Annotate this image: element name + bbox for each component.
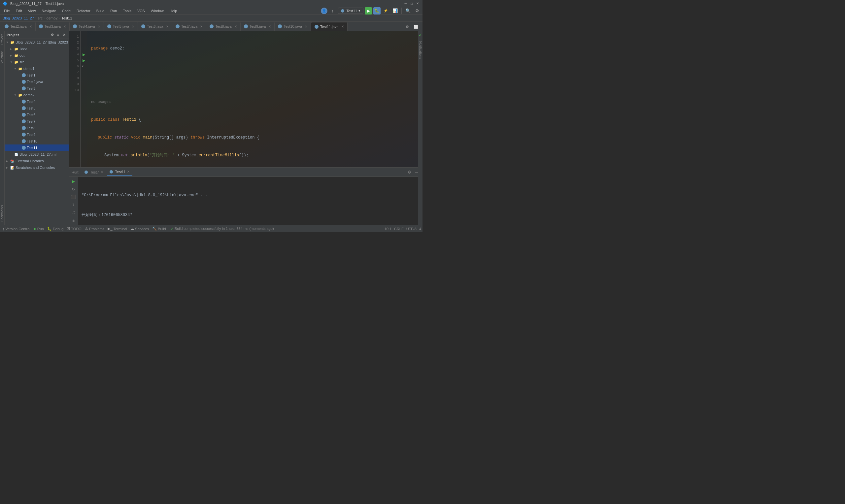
coverage-button[interactable]: ⚡ — [382, 7, 390, 15]
sidebar-structure-label[interactable]: Structure — [0, 49, 5, 67]
tree-item-demo1[interactable]: ▼ 📁 demo1 — [5, 65, 69, 72]
debug-button[interactable]: 🐛 — [373, 7, 381, 15]
tab-test11[interactable]: Test11.java ✕ — [311, 22, 348, 31]
tree-item-out[interactable]: ▶ 📁 out — [5, 52, 69, 59]
todo-bottom-tab[interactable]: ☑ TODO — [65, 227, 83, 231]
run-clear-btn[interactable]: 🗑 — [70, 217, 77, 223]
tab-test3[interactable]: Test3.java ✕ — [36, 22, 70, 31]
tab-close-test7[interactable]: ✕ — [200, 25, 203, 29]
menu-build[interactable]: Build — [94, 8, 107, 14]
run-tab-test11[interactable]: Test11 ✕ — [107, 168, 133, 176]
services-bottom-tab[interactable]: ☁ Services — [129, 227, 150, 231]
tab-split-btn[interactable]: ⬜ — [412, 23, 420, 31]
run-scroll-end-btn[interactable]: ⤵ — [70, 201, 77, 208]
profiler-button[interactable]: 📊 — [391, 7, 399, 15]
breadcrumb-package[interactable]: demo2 — [47, 16, 58, 20]
run-tab-close-test11[interactable]: ✕ — [127, 170, 130, 174]
run-rerun-btn[interactable]: ⟳ — [70, 186, 77, 193]
build-bottom-tab[interactable]: 🔨 Build — [151, 227, 167, 231]
sidebar-bookmarks-label[interactable]: Bookmarks — [0, 203, 5, 223]
vcs-update-btn[interactable]: ↕ — [329, 7, 337, 15]
tab-close-test10[interactable]: ✕ — [305, 25, 307, 29]
cursor-position[interactable]: 10:1 — [385, 227, 391, 231]
tree-item-test8[interactable]: ▶ Test8 — [5, 125, 69, 131]
tree-item-project-root[interactable]: ▼ 📁 Blog_J2023_11_27 [Blog_J2023_11_27] — [5, 39, 69, 46]
tab-close-test11[interactable]: ✕ — [341, 25, 344, 29]
problems-bottom-tab[interactable]: ⚠ Problems — [84, 227, 106, 231]
file-encoding[interactable]: UTF-8 — [406, 227, 417, 231]
sidebar-project-label[interactable]: Project — [0, 32, 5, 47]
run-arrow-class[interactable]: ▶ — [81, 52, 87, 57]
notifications-label[interactable]: Notifications — [419, 40, 422, 60]
tree-item-test7[interactable]: ▶ Test7 — [5, 118, 69, 125]
tree-item-test11[interactable]: ▶ Test11 — [5, 144, 69, 151]
search-everywhere-btn[interactable]: 🔍 — [404, 7, 412, 15]
project-close-btn[interactable]: ✕ — [61, 32, 67, 38]
tree-item-scratches[interactable]: ▶ 📝 Scratches and Consoles — [5, 164, 69, 171]
tree-item-test4[interactable]: ▶ Test4 — [5, 98, 69, 105]
run-print-btn[interactable]: 🖨 — [70, 210, 77, 216]
menu-vcs[interactable]: VCS — [135, 8, 147, 14]
tab-close-test8[interactable]: ✕ — [234, 25, 237, 29]
breadcrumb-file[interactable]: Test11 — [61, 16, 72, 20]
run-button[interactable]: ▶ — [365, 7, 372, 15]
indent-size[interactable]: 4 — [419, 227, 421, 231]
tab-close-test2[interactable]: ✕ — [29, 25, 32, 29]
menu-help[interactable]: Help — [167, 8, 180, 14]
menu-code[interactable]: Code — [59, 8, 73, 14]
tree-item-test5[interactable]: ▶ Test5 — [5, 105, 69, 111]
terminal-bottom-tab[interactable]: ▶_ Terminal — [106, 227, 128, 231]
tab-settings-btn[interactable]: ⚙ — [403, 23, 411, 31]
user-avatar[interactable]: 👤 — [321, 7, 328, 14]
run-bottom-tab[interactable]: ▶ Run — [32, 227, 45, 231]
line-endings[interactable]: CRLF — [394, 227, 404, 231]
minimize-button[interactable]: ─ — [403, 1, 408, 6]
close-button[interactable]: ✕ — [415, 1, 420, 6]
tree-item-test3[interactable]: ▶ Test3 — [5, 85, 69, 92]
menu-view[interactable]: View — [25, 8, 39, 14]
tree-item-src[interactable]: ▼ 📁 src — [5, 59, 69, 65]
tree-item-idea[interactable]: ▶ 📁 .idea — [5, 46, 69, 52]
tree-item-test9[interactable]: ▶ Test9 — [5, 131, 69, 138]
run-arrow-main[interactable]: ▶ — [81, 57, 87, 63]
run-tab-close-test7[interactable]: ✕ — [100, 170, 103, 174]
run-tab-test7[interactable]: Test7 ✕ — [82, 168, 105, 176]
menu-edit[interactable]: Edit — [13, 8, 25, 14]
tree-item-iml[interactable]: ▶ 📄 Blog_J2023_11_27.iml — [5, 151, 69, 158]
settings-btn[interactable]: ⚙ — [413, 7, 421, 15]
menu-window[interactable]: Window — [148, 8, 166, 14]
tab-close-test4[interactable]: ✕ — [98, 25, 100, 29]
debug-bottom-tab[interactable]: 🐛 Debug — [46, 227, 65, 231]
run-settings-btn[interactable]: ⚙ — [406, 169, 412, 176]
code-editor[interactable]: 1 2 3 4 5 6 7 8 9 10 ▶ ▶ — [69, 31, 423, 167]
tree-item-demo2[interactable]: ▼ 📁 demo2 — [5, 92, 69, 98]
tab-test2[interactable]: Test2.java ✕ — [1, 22, 36, 31]
tab-test8[interactable]: Test8.java ✕ — [206, 22, 241, 31]
version-control-tab[interactable]: ↕ Version Control — [1, 227, 32, 231]
tab-test7[interactable]: Test7.java ✕ — [172, 22, 207, 31]
run-config-selector[interactable]: Test11 ▾ — [338, 7, 364, 14]
menu-refactor[interactable]: Refactor — [74, 8, 93, 14]
menu-file[interactable]: File — [1, 8, 13, 14]
tab-test6[interactable]: Test6.java ✕ — [138, 22, 172, 31]
project-collapse-btn[interactable]: ≡ — [55, 32, 61, 38]
menu-navigate[interactable]: Navigate — [39, 8, 58, 14]
tree-item-test10[interactable]: ▶ Test10 — [5, 138, 69, 144]
menu-run[interactable]: Run — [108, 8, 120, 14]
tab-close-test6[interactable]: ✕ — [166, 25, 169, 29]
run-stop-btn[interactable]: ⬛ — [70, 194, 77, 200]
tab-test4[interactable]: Test4.java ✕ — [70, 22, 104, 31]
tab-test5[interactable]: Test5.java ✕ — [104, 22, 138, 31]
tree-item-test6[interactable]: ▶ Test6 — [5, 111, 69, 118]
tab-test10[interactable]: Test10.java ✕ — [275, 22, 311, 31]
tab-test9[interactable]: Test9.java ✕ — [241, 22, 275, 31]
breadcrumb-src[interactable]: src — [38, 16, 42, 20]
tree-item-ext-libs[interactable]: ▶ 📚 External Libraries — [5, 158, 69, 164]
tab-close-test5[interactable]: ✕ — [132, 25, 134, 29]
menu-tools[interactable]: Tools — [120, 8, 134, 14]
breadcrumb-project[interactable]: Blog_J2023_11_27 — [3, 16, 34, 20]
maximize-button[interactable]: □ — [409, 1, 414, 6]
window-controls[interactable]: ─ □ ✕ — [403, 1, 420, 6]
tree-item-test2[interactable]: ▶ Test2.java — [5, 78, 69, 85]
fold-marker[interactable]: ▼ — [81, 65, 84, 68]
